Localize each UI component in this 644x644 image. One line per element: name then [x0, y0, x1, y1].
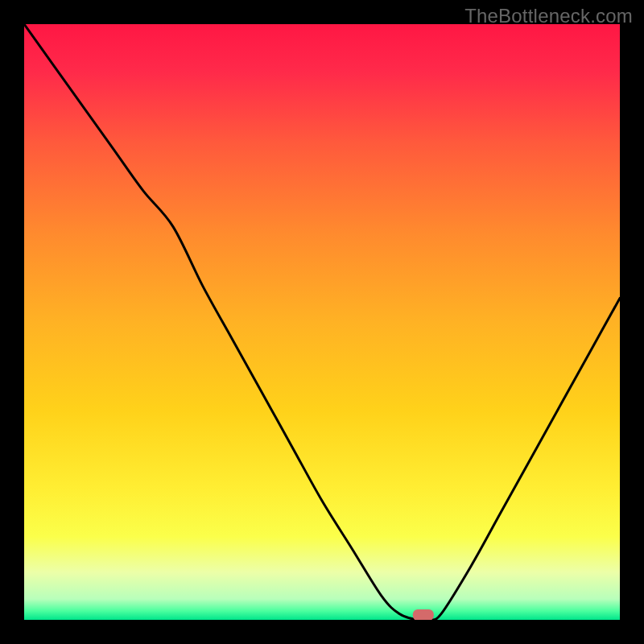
chart-marker — [413, 609, 434, 620]
chart-plot — [24, 24, 620, 620]
chart-svg — [24, 24, 620, 620]
chart-background — [24, 24, 620, 620]
chart-stage: TheBottleneck.com — [0, 0, 644, 644]
